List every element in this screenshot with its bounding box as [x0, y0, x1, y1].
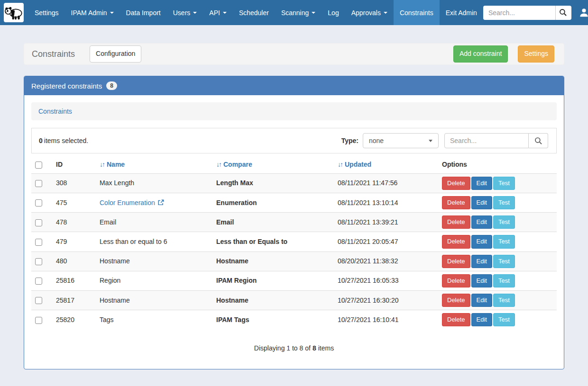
edit-button[interactable]: Edit	[471, 177, 492, 190]
test-button[interactable]: Test	[493, 274, 515, 287]
row-checkbox-cell	[31, 310, 52, 330]
nav-item-label: IPAM Admin	[71, 9, 107, 17]
delete-button[interactable]: Delete	[442, 177, 470, 190]
row-checkbox[interactable]	[35, 239, 42, 246]
panel-heading: Registered constraints 8	[24, 76, 564, 95]
row-checkbox-cell	[31, 271, 52, 290]
nav-item-users[interactable]: Users	[167, 0, 203, 25]
table-row: 475Color EnumerationEnumeration08/11/202…	[31, 193, 557, 212]
nav-item-ipam-admin[interactable]: IPAM Admin	[65, 0, 120, 25]
row-updated: 08/11/2021 11:47:56	[334, 173, 438, 193]
row-checkbox[interactable]	[35, 199, 42, 206]
delete-button[interactable]: Delete	[442, 313, 470, 326]
nav-item-scheduler[interactable]: Scheduler	[233, 0, 275, 25]
select-all-checkbox[interactable]	[35, 162, 42, 169]
row-updated: 10/27/2021 16:30:20	[334, 290, 438, 310]
panel-title: Registered constraints	[31, 82, 102, 90]
nav-item-log[interactable]: Log	[322, 0, 345, 25]
add-constraint-button[interactable]: Add constraint	[453, 45, 508, 63]
row-checkbox-cell	[31, 173, 52, 193]
edit-button[interactable]: Edit	[471, 294, 492, 307]
row-compare: IPAM Region	[212, 271, 334, 290]
nav-item-api[interactable]: API	[203, 0, 233, 25]
header-compare-label: Compare	[223, 161, 252, 168]
header-options: Options	[438, 156, 557, 173]
nav-item-data-import[interactable]: Data Import	[120, 0, 167, 25]
navbar-search-input[interactable]	[483, 6, 555, 20]
edit-button[interactable]: Edit	[471, 196, 492, 209]
sort-icon: ↓↑	[100, 161, 104, 168]
delete-button[interactable]: Delete	[442, 255, 470, 268]
row-updated: 08/11/2021 13:39:21	[334, 213, 438, 232]
header-name[interactable]: ↓↑Name	[96, 156, 212, 173]
row-name-link[interactable]: Color Enumeration	[100, 199, 155, 206]
nav-item-label: Users	[173, 9, 191, 17]
delete-button[interactable]: Delete	[442, 235, 470, 248]
test-button[interactable]: Test	[493, 177, 515, 190]
table-search-input[interactable]	[444, 133, 529, 148]
brand-logo[interactable]	[4, 3, 24, 22]
user-menu[interactable]	[579, 8, 588, 18]
delete-button[interactable]: Delete	[442, 274, 470, 287]
row-updated: 10/27/2021 16:10:41	[334, 310, 438, 330]
edit-button[interactable]: Edit	[471, 255, 492, 268]
nav-item-label: Scanning	[281, 9, 309, 17]
chevron-down-icon	[384, 12, 387, 14]
nav-item-approvals[interactable]: Approvals	[345, 0, 394, 25]
table-search-button[interactable]	[529, 133, 548, 148]
chevron-down-icon	[429, 140, 432, 142]
edit-button[interactable]: Edit	[471, 235, 492, 248]
row-name-text: Hostname	[100, 257, 130, 265]
row-checkbox[interactable]	[35, 180, 42, 187]
table-row: 25820TagsIPAM Tags10/27/2021 16:10:41Del…	[31, 310, 557, 330]
delete-button[interactable]: Delete	[442, 215, 470, 229]
header-compare[interactable]: ↓↑Compare	[212, 156, 334, 173]
row-checkbox-cell	[31, 193, 52, 212]
test-button[interactable]: Test	[493, 196, 515, 209]
test-button[interactable]: Test	[493, 294, 515, 307]
delete-button[interactable]: Delete	[442, 196, 470, 209]
nav-item-constraints[interactable]: Constraints	[394, 0, 440, 25]
row-checkbox[interactable]	[35, 258, 42, 265]
nav-item-label: Scheduler	[239, 9, 269, 17]
row-compare: Enumeration	[212, 193, 334, 212]
nav-item-settings[interactable]: Settings	[28, 0, 65, 25]
table-toolbar: 0items selected. Type: none	[31, 128, 557, 153]
row-checkbox[interactable]	[35, 317, 42, 324]
row-options: DeleteEditTest	[438, 290, 557, 310]
row-checkbox[interactable]	[35, 219, 42, 226]
row-name: Hostname	[96, 290, 212, 310]
selected-text: items selected.	[44, 137, 88, 144]
row-name: Hostname	[96, 251, 212, 271]
footer-suffix: items	[318, 344, 334, 352]
external-link-icon	[158, 199, 164, 206]
row-checkbox[interactable]	[35, 297, 42, 304]
type-select[interactable]: none	[363, 133, 439, 148]
row-compare: Hostname	[212, 251, 334, 271]
row-updated: 08/11/2021 13:10:14	[334, 193, 438, 212]
edit-button[interactable]: Edit	[471, 215, 492, 229]
header-updated[interactable]: ↓↑Updated	[334, 156, 438, 173]
test-button[interactable]: Test	[493, 235, 515, 248]
row-id: 475	[52, 193, 96, 212]
settings-button[interactable]: Settings	[518, 45, 554, 63]
sort-icon: ↓↑	[216, 161, 221, 168]
edit-button[interactable]: Edit	[471, 274, 492, 287]
row-checkbox[interactable]	[35, 278, 42, 285]
breadcrumb-link-constraints[interactable]: Constraints	[38, 108, 72, 115]
chevron-down-icon	[223, 12, 227, 14]
row-id: 25816	[52, 271, 96, 290]
test-button[interactable]: Test	[493, 255, 515, 268]
edit-button[interactable]: Edit	[471, 313, 492, 326]
configuration-button[interactable]: Configuration	[90, 45, 141, 63]
row-options: DeleteEditTest	[438, 213, 557, 232]
test-button[interactable]: Test	[493, 313, 515, 326]
navbar-search-button[interactable]	[555, 6, 571, 20]
pagination-status: Displaying 1 to 8 of8items	[31, 344, 557, 352]
header-checkbox-cell	[31, 156, 52, 173]
delete-button[interactable]: Delete	[442, 294, 470, 307]
row-updated: 10/27/2021 16:05:33	[334, 271, 438, 290]
nav-item-scanning[interactable]: Scanning	[275, 0, 322, 25]
test-button[interactable]: Test	[493, 215, 515, 229]
nav-item-exit-admin[interactable]: Exit Admin	[440, 0, 483, 25]
